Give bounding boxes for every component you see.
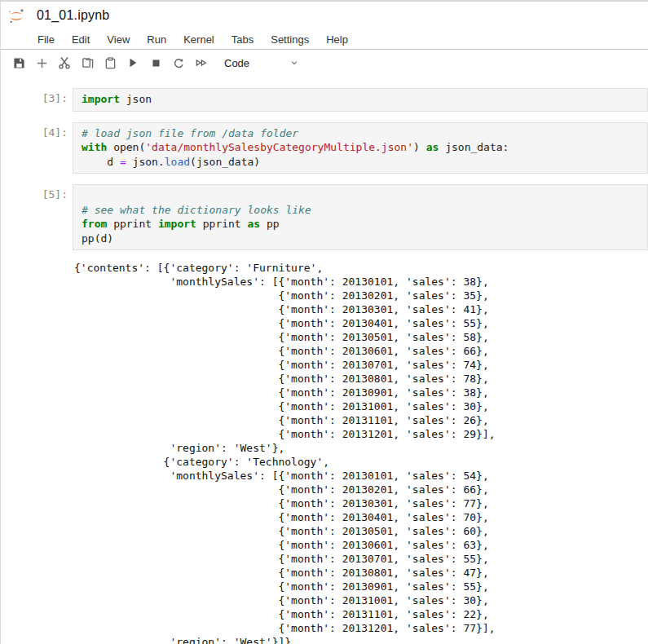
- cell-code: # load json file from /data folderwith o…: [82, 126, 644, 170]
- toolbar: Code: [1, 50, 648, 76]
- cell-prompt: [5]:: [1, 184, 73, 250]
- notebook-area: [3]: import json [4]: # load json file f…: [1, 76, 648, 644]
- menu-item-file[interactable]: File: [37, 32, 55, 47]
- code-cell: [3]: import json: [1, 88, 648, 112]
- output-line: 'monthlySales': [{'month': 20130101, 'sa…: [74, 275, 648, 289]
- menu-item-view[interactable]: View: [106, 32, 130, 47]
- cell-editor[interactable]: import json: [73, 88, 648, 112]
- paste-icon: [104, 57, 117, 69]
- output-line: {'month': 20130301, 'sales': 41},: [74, 302, 648, 316]
- output-line: {'month': 20131101, 'sales': 26},: [74, 413, 648, 427]
- output-line: {'month': 20130301, 'sales': 77},: [74, 496, 648, 510]
- jupyter-logo-icon: [7, 7, 25, 25]
- output-line: 'region': 'West'},: [74, 441, 648, 455]
- output-line: {'month': 20131201, 'sales': 29}],: [74, 427, 648, 441]
- menu-item-run[interactable]: Run: [146, 32, 167, 47]
- run-icon: [127, 57, 139, 68]
- cut-icon: [58, 56, 71, 69]
- output-line: {'month': 20130601, 'sales': 66},: [74, 344, 648, 358]
- output-area: {'contents': [{'category': 'Furniture', …: [74, 261, 648, 644]
- cell-prompt: [4]:: [1, 122, 73, 174]
- menu-item-kernel[interactable]: Kernel: [183, 32, 215, 47]
- output-line: {'month': 20130501, 'sales': 58},: [74, 330, 648, 344]
- restart-kernel-button[interactable]: [167, 52, 190, 73]
- paste-button[interactable]: [99, 52, 121, 73]
- chevron-down-icon: [289, 58, 299, 68]
- output-line: {'month': 20130801, 'sales': 47},: [74, 566, 648, 580]
- output-line: {'month': 20130601, 'sales': 63},: [74, 538, 648, 552]
- output-line: {'contents': [{'category': 'Furniture',: [74, 261, 648, 275]
- output-line: 'region': 'West'}]}: [74, 635, 648, 644]
- save-icon: [13, 57, 25, 69]
- cell-type-value: Code: [224, 57, 249, 69]
- menu-item-help[interactable]: Help: [325, 32, 349, 47]
- code-cell: [4]: # load json file from /data folderw…: [1, 122, 648, 174]
- cell-type-dropdown[interactable]: Code: [224, 57, 299, 69]
- output-line: {'month': 20130801, 'sales': 78},: [74, 372, 648, 386]
- add-cell-icon: [36, 57, 48, 69]
- header: 01_01.ipynb: [1, 2, 648, 29]
- add-cell-button[interactable]: [30, 52, 53, 73]
- cut-button[interactable]: [53, 52, 76, 73]
- save-button[interactable]: [7, 52, 30, 73]
- cell-code: import json: [82, 92, 644, 107]
- output-line: {'month': 20130901, 'sales': 38},: [74, 386, 648, 399]
- output-line: {'month': 20131101, 'sales': 22},: [74, 607, 648, 621]
- restart-kernel-icon: [173, 57, 185, 69]
- run-all-icon: [195, 57, 208, 68]
- cell-code: # see what the dictionary looks likefrom…: [82, 188, 644, 245]
- cell-editor[interactable]: # load json file from /data folderwith o…: [73, 122, 648, 174]
- stop-icon: [151, 58, 161, 68]
- jupyterlab-window: 01_01.ipynb FileEditViewRunKernelTabsSet…: [0, 0, 648, 644]
- menu-item-edit[interactable]: Edit: [71, 32, 90, 47]
- output-line: {'month': 20130501, 'sales': 60},: [74, 524, 648, 538]
- output-line: {'month': 20131201, 'sales': 77}],: [74, 621, 648, 635]
- output-line: {'month': 20131001, 'sales': 30},: [74, 399, 648, 413]
- output-line: {'month': 20130201, 'sales': 66},: [74, 483, 648, 496]
- menu-bar: FileEditViewRunKernelTabsSettingsHelp: [1, 29, 648, 50]
- notebook-title: 01_01.ipynb: [37, 8, 109, 23]
- output-line: {'category': 'Technology',: [74, 455, 648, 469]
- output-line: {'month': 20130201, 'sales': 35},: [74, 289, 648, 302]
- output-line: {'month': 20130401, 'sales': 70},: [74, 510, 648, 524]
- cell-prompt: [3]:: [1, 88, 73, 112]
- cells: [3]: import json [4]: # load json file f…: [1, 88, 648, 250]
- menu-item-settings[interactable]: Settings: [270, 32, 310, 47]
- output-line: {'month': 20130701, 'sales': 55},: [74, 552, 648, 566]
- code-cell: [5]: # see what the dictionary looks lik…: [1, 184, 648, 250]
- stop-button[interactable]: [144, 52, 167, 73]
- run-button[interactable]: [121, 52, 144, 73]
- menu-item-tabs[interactable]: Tabs: [231, 32, 254, 47]
- output-line: {'month': 20130701, 'sales': 74},: [74, 358, 648, 372]
- output-line: 'monthlySales': [{'month': 20130101, 'sa…: [74, 469, 648, 483]
- copy-icon: [82, 57, 94, 69]
- run-all-button[interactable]: [190, 52, 213, 73]
- output-line: {'month': 20130901, 'sales': 55},: [74, 580, 648, 593]
- cell-editor[interactable]: # see what the dictionary looks likefrom…: [73, 184, 648, 250]
- copy-button[interactable]: [76, 52, 99, 73]
- output-line: {'month': 20130401, 'sales': 55},: [74, 316, 648, 330]
- output-line: {'month': 20131001, 'sales': 30},: [74, 593, 648, 607]
